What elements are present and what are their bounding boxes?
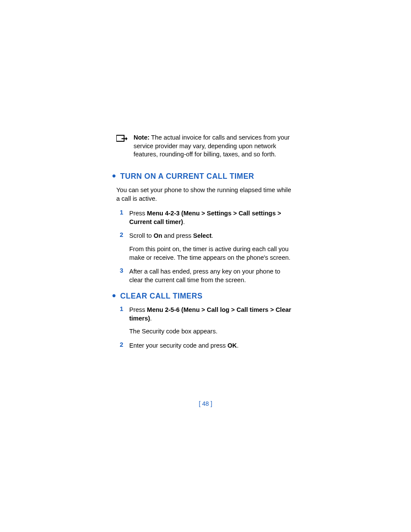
note-block: Note: The actual invoice for calls and s…	[116, 134, 295, 159]
step-content: Press Menu 2-5-6 (Menu > Call log > Call…	[129, 305, 295, 336]
note-label: Note:	[134, 134, 149, 141]
step-content: Scroll to On and press Select. From this…	[129, 231, 295, 262]
step-list-clear: 1 Press Menu 2-5-6 (Menu > Call log > Ca…	[116, 305, 295, 350]
manual-page: Note: The actual invoice for calls and s…	[0, 0, 411, 350]
step-number: 2	[120, 231, 129, 238]
heading-text: CLEAR CALL TIMERS	[120, 292, 202, 301]
step-number: 1	[120, 209, 129, 216]
section-heading-turn-on-timer: • TURN ON A CURRENT CALL TIMER	[112, 171, 295, 182]
note-arrow-icon	[116, 134, 134, 145]
step-content: After a call has ended, press any key on…	[129, 267, 295, 285]
step-extra-text: From this point on, the timer is active …	[129, 245, 295, 262]
heading-text: TURN ON A CURRENT CALL TIMER	[120, 172, 254, 181]
list-item: 2 Enter your security code and press OK.	[116, 341, 295, 350]
list-item: 2 Scroll to On and press Select. From th…	[116, 231, 295, 262]
step-number: 2	[120, 341, 129, 348]
section-heading-clear-timers: • CLEAR CALL TIMERS	[112, 291, 295, 302]
step-content: Press Menu 4-2-3 (Menu > Settings > Call…	[129, 209, 295, 227]
step-number: 3	[120, 267, 129, 274]
list-item: 1 Press Menu 2-5-6 (Menu > Call log > Ca…	[116, 305, 295, 336]
page-number: [ 48 ]	[0, 400, 411, 407]
note-body: The actual invoice for calls and service…	[134, 134, 290, 158]
step-extra-text: The Security code box appears.	[129, 327, 295, 336]
list-item: 3 After a call has ended, press any key …	[116, 267, 295, 285]
bullet-icon: •	[112, 170, 116, 181]
section-intro: You can set your phone to show the runni…	[116, 186, 295, 203]
step-list-turn-on: 1 Press Menu 4-2-3 (Menu > Settings > Ca…	[116, 209, 295, 285]
note-text: Note: The actual invoice for calls and s…	[134, 134, 295, 159]
step-content: Enter your security code and press OK.	[129, 341, 239, 350]
bullet-icon: •	[112, 290, 116, 301]
list-item: 1 Press Menu 4-2-3 (Menu > Settings > Ca…	[116, 209, 295, 227]
step-number: 1	[120, 305, 129, 312]
